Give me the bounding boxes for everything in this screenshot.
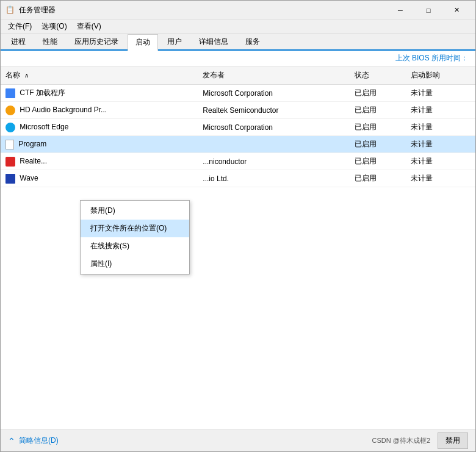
menu-options[interactable]: 选项(O) (37, 20, 71, 33)
table-row[interactable]: HD Audio Background Pr... Realtek Semico… (1, 102, 475, 119)
tab-services[interactable]: 服务 (237, 34, 268, 49)
content-area: 上次 BIOS 所用时间： 名称 ∧ 发布者 状态 启动影响 (1, 51, 475, 429)
cell-status: 已启用 (350, 153, 406, 170)
table-row[interactable]: Wave ...io Ltd. 已启用 未计量 (1, 170, 475, 187)
cell-publisher: ...niconductor (198, 153, 350, 170)
table-row[interactable]: Realte... ...niconductor 已启用 未计量 (1, 153, 475, 170)
csdn-label: CSDN @待木成框2 (372, 436, 430, 445)
cell-name: Program (1, 136, 198, 153)
tab-performance[interactable]: 性能 (35, 34, 65, 49)
title-bar: 📋 任务管理器 ─ □ ✕ (1, 1, 475, 20)
bios-bar: 上次 BIOS 所用时间： (1, 51, 475, 66)
cell-impact: 未计量 (406, 170, 475, 187)
cell-status: 已启用 (350, 170, 406, 187)
window-controls: ─ □ ✕ (386, 1, 471, 20)
col-impact[interactable]: 启动影响 (406, 66, 475, 85)
cell-impact: 未计量 (406, 136, 475, 153)
cell-publisher (198, 136, 350, 153)
cell-impact: 未计量 (406, 153, 475, 170)
col-name[interactable]: 名称 ∧ (1, 66, 198, 85)
cell-publisher: ...io Ltd. (198, 170, 350, 187)
cell-status: 已启用 (350, 119, 406, 136)
context-menu: 禁用(D) 打开文件所在的位置(O) 在线搜索(S) 属性(I) (80, 200, 190, 274)
tab-startup[interactable]: 启动 (128, 34, 158, 51)
audio-icon (5, 106, 15, 115)
table-header-row: 名称 ∧ 发布者 状态 启动影响 (1, 66, 475, 85)
cell-publisher: Microsoft Corporation (198, 119, 350, 136)
col-publisher[interactable]: 发布者 (198, 66, 350, 85)
bios-label: 上次 BIOS 所用时间： (395, 54, 468, 62)
cell-name: Wave (1, 170, 198, 187)
cell-status: 已启用 (350, 85, 406, 102)
maximize-button[interactable]: □ (414, 1, 442, 20)
menu-file[interactable]: 文件(F) (3, 20, 37, 33)
status-right-area: CSDN @待木成框2 禁用 (372, 432, 468, 449)
app-icon: 📋 (5, 5, 15, 15)
wave-icon (5, 174, 15, 184)
tab-app-history[interactable]: 应用历史记录 (67, 34, 126, 49)
status-bar: ⌃ 简略信息(D) CSDN @待木成框2 禁用 (1, 429, 475, 451)
startup-table: 名称 ∧ 发布者 状态 启动影响 CTF 加载程序 (1, 66, 475, 187)
summary-toggle[interactable]: ⌃ 简略信息(D) (8, 436, 59, 446)
ctf-icon (5, 88, 15, 98)
program-icon (5, 140, 14, 149)
tab-users[interactable]: 用户 (159, 34, 190, 49)
startup-table-container: 名称 ∧ 发布者 状态 启动影响 CTF 加载程序 (1, 66, 475, 429)
col-status[interactable]: 状态 (350, 66, 406, 85)
tab-bar: 进程 性能 应用历史记录 启动 用户 详细信息 服务 (1, 34, 475, 51)
menu-bar: 文件(F) 选项(O) 查看(V) (1, 20, 475, 34)
realtek-icon (5, 157, 15, 167)
tab-details[interactable]: 详细信息 (191, 34, 236, 49)
cell-name: Realte... (1, 153, 198, 170)
tab-process[interactable]: 进程 (3, 34, 34, 49)
sort-arrow-name: ∧ (24, 72, 29, 79)
ctx-properties[interactable]: 属性(I) (81, 255, 189, 273)
cell-impact: 未计量 (406, 102, 475, 119)
cell-status: 已启用 (350, 136, 406, 153)
cell-status: 已启用 (350, 102, 406, 119)
cell-name: Microsoft Edge (1, 119, 198, 136)
ctx-search-online[interactable]: 在线搜索(S) (81, 237, 189, 255)
chevron-up-icon: ⌃ (8, 436, 15, 446)
cell-name: HD Audio Background Pr... (1, 102, 198, 119)
table-row-selected[interactable]: Program 已启用 未计量 (1, 136, 475, 153)
main-window: 📋 任务管理器 ─ □ ✕ 文件(F) 选项(O) 查看(V) 进程 性能 应用… (0, 0, 476, 452)
cell-impact: 未计量 (406, 119, 475, 136)
edge-icon (5, 123, 15, 132)
cell-publisher: Realtek Semiconductor (198, 102, 350, 119)
disable-button[interactable]: 禁用 (438, 432, 468, 449)
ctx-open-location[interactable]: 打开文件所在的位置(O) (81, 220, 189, 237)
cell-name: CTF 加载程序 (1, 85, 198, 102)
ctx-disable[interactable]: 禁用(D) (81, 202, 189, 220)
window-title: 任务管理器 (19, 5, 386, 15)
cell-publisher: Microsoft Corporation (198, 85, 350, 102)
menu-view[interactable]: 查看(V) (72, 20, 106, 33)
close-button[interactable]: ✕ (442, 1, 471, 20)
cell-impact: 未计量 (406, 85, 475, 102)
table-row[interactable]: Microsoft Edge Microsoft Corporation 已启用… (1, 119, 475, 136)
summary-label: 简略信息(D) (19, 436, 59, 446)
table-row[interactable]: CTF 加载程序 Microsoft Corporation 已启用 未计量 (1, 85, 475, 102)
minimize-button[interactable]: ─ (386, 1, 414, 20)
